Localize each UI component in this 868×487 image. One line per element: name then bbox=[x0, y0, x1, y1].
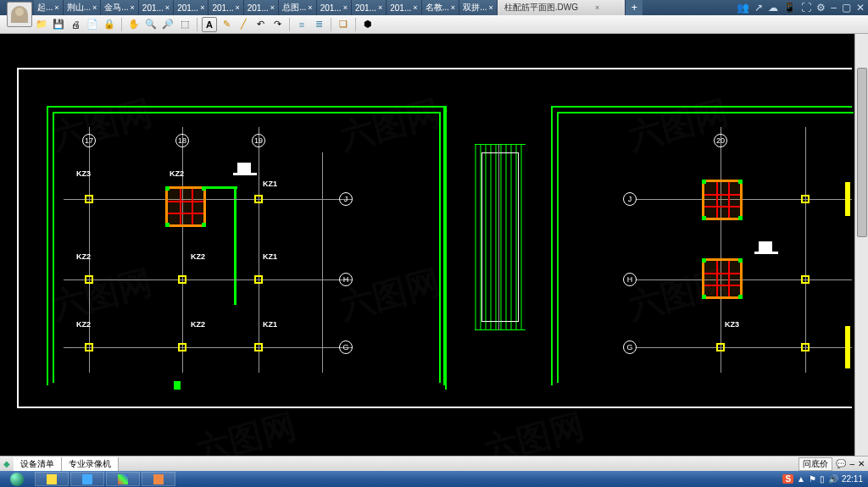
panel-close-icon[interactable]: ✕ bbox=[858, 459, 865, 468]
gridline-v bbox=[89, 127, 90, 373]
vertical-scrollbar[interactable] bbox=[854, 34, 868, 456]
taskbar-app-2[interactable] bbox=[70, 472, 104, 486]
tab-7[interactable]: 总图...× bbox=[279, 0, 317, 15]
sheet-tab-1[interactable]: 设备清单 bbox=[14, 457, 62, 471]
tab-0[interactable]: 起...× bbox=[34, 0, 64, 15]
maximize-icon[interactable]: ▢ bbox=[842, 2, 851, 14]
tab-close-icon[interactable]: × bbox=[165, 3, 170, 12]
tab-6[interactable]: 201...× bbox=[244, 0, 279, 15]
tab-close-icon[interactable]: × bbox=[270, 3, 275, 12]
undo-button[interactable]: ↶ bbox=[253, 17, 268, 32]
start-button[interactable] bbox=[0, 471, 34, 487]
gridline-h bbox=[64, 347, 352, 348]
tab-close-icon[interactable]: × bbox=[54, 3, 58, 12]
layer2-button[interactable]: ≣ bbox=[311, 17, 326, 32]
tray-up-icon[interactable]: ▲ bbox=[797, 474, 805, 484]
pan-button[interactable]: ✋ bbox=[126, 17, 142, 32]
tab-close-icon[interactable]: × bbox=[200, 3, 204, 12]
layers-button[interactable]: ❏ bbox=[336, 17, 351, 32]
chat-icon[interactable]: 💬 bbox=[836, 459, 846, 468]
tab-4[interactable]: 201...× bbox=[174, 0, 209, 15]
tab-2[interactable]: 金马...× bbox=[101, 0, 139, 15]
share-icon[interactable]: ↗ bbox=[754, 2, 763, 14]
tab-close-icon[interactable]: × bbox=[308, 3, 312, 12]
pdf-button[interactable]: 📄 bbox=[85, 17, 100, 32]
gridline-h bbox=[64, 279, 352, 280]
tab-close-icon[interactable]: × bbox=[378, 3, 382, 12]
tab-close-icon[interactable]: × bbox=[92, 3, 97, 12]
separator bbox=[331, 18, 331, 31]
tab-close-icon[interactable]: × bbox=[413, 3, 417, 12]
tab-10[interactable]: 201...× bbox=[387, 0, 421, 15]
column-label: KZ1 bbox=[263, 320, 277, 329]
lock-button[interactable]: 🔒 bbox=[102, 17, 117, 32]
zoom-in-button[interactable]: 🔍 bbox=[143, 17, 159, 32]
taskbar-app-4[interactable] bbox=[142, 472, 175, 486]
add-tab-button[interactable]: + bbox=[626, 0, 643, 15]
gear-icon[interactable]: ⚙ bbox=[816, 2, 826, 14]
users-icon[interactable]: 👥 bbox=[737, 2, 749, 14]
column-label: KZ2 bbox=[76, 320, 91, 329]
grid-bubble: J bbox=[623, 192, 637, 206]
cloud-icon[interactable]: ☁ bbox=[768, 2, 778, 14]
column-node bbox=[716, 343, 725, 351]
price-button[interactable]: 问底价 bbox=[798, 457, 832, 471]
mobile-icon[interactable]: 📱 bbox=[783, 2, 796, 14]
volume-icon[interactable]: 🔊 bbox=[828, 474, 838, 484]
clock[interactable]: 22:11 bbox=[842, 474, 863, 484]
building-outline-left bbox=[47, 106, 445, 385]
sheet-tab-2[interactable]: 专业录像机 bbox=[62, 457, 119, 471]
tab-close-icon[interactable]: × bbox=[451, 3, 455, 12]
zoom-out-button[interactable]: 🔎 bbox=[160, 17, 175, 32]
grid-bubble: G bbox=[623, 340, 637, 354]
user-avatar[interactable] bbox=[7, 2, 32, 27]
column-node bbox=[254, 275, 263, 284]
print-button[interactable]: 🖨 bbox=[68, 17, 83, 32]
scrollbar-thumb[interactable] bbox=[857, 68, 867, 237]
text-button[interactable]: A bbox=[202, 17, 217, 32]
line-button[interactable]: ╱ bbox=[236, 17, 251, 32]
open-button[interactable]: 📁 bbox=[34, 17, 49, 32]
tab-5[interactable]: 201...× bbox=[209, 0, 243, 15]
taskbar-app-3[interactable] bbox=[106, 472, 140, 486]
ime-icon[interactable]: S bbox=[782, 474, 793, 484]
close-icon[interactable]: ✕ bbox=[856, 2, 865, 14]
detail-symbol bbox=[754, 252, 778, 254]
column-label: KZ3 bbox=[76, 169, 91, 178]
column-node bbox=[801, 275, 810, 284]
gridline-v bbox=[182, 127, 183, 373]
layer1-button[interactable]: ≡ bbox=[294, 17, 309, 32]
column-node bbox=[801, 195, 810, 203]
pen-button[interactable]: ✎ bbox=[219, 17, 234, 32]
tab-1[interactable]: 荆山...× bbox=[64, 0, 102, 15]
save-button[interactable]: 💾 bbox=[51, 17, 66, 32]
network-icon[interactable]: ▯ bbox=[820, 474, 825, 484]
taskbar-app-1[interactable] bbox=[35, 472, 69, 486]
minimize-icon[interactable]: – bbox=[831, 2, 837, 14]
zoom-fit-button[interactable]: ⬚ bbox=[177, 17, 192, 32]
grid-bubble: G bbox=[339, 340, 353, 354]
fullscreen-icon[interactable]: ⛶ bbox=[801, 2, 811, 14]
tab-close-icon[interactable]: × bbox=[343, 3, 348, 12]
tab-close-icon[interactable]: × bbox=[131, 3, 135, 12]
title-bar: 起...× 荆山...× 金马...× 201...× 201...× 201.… bbox=[0, 0, 868, 15]
flag-icon[interactable]: ⚑ bbox=[809, 474, 816, 484]
gridline-v bbox=[259, 127, 259, 373]
watermark: 六图网 bbox=[479, 402, 589, 456]
tab-active[interactable]: 柱配筋平面图.DWG× bbox=[498, 0, 626, 15]
tab-12[interactable]: 双拼...× bbox=[459, 0, 498, 15]
tab-close-icon[interactable]: × bbox=[595, 3, 599, 12]
tab-8[interactable]: 201...× bbox=[317, 0, 352, 15]
tab-11[interactable]: 名教...× bbox=[422, 0, 460, 15]
redo-button[interactable]: ↷ bbox=[270, 17, 285, 32]
properties-button[interactable]: ⬢ bbox=[360, 17, 376, 32]
panel-min-icon[interactable]: – bbox=[849, 459, 854, 468]
tab-3[interactable]: 201...× bbox=[139, 0, 174, 15]
column-label: KZ1 bbox=[263, 252, 277, 261]
cad-viewport[interactable]: 六图网 六图网 六图网 六图网 六图网 六图网 六图网 六图网 17 18 19… bbox=[0, 34, 868, 456]
tab-close-icon[interactable]: × bbox=[488, 3, 492, 12]
tab-9[interactable]: 201...× bbox=[352, 0, 387, 15]
tab-close-icon[interactable]: × bbox=[235, 3, 239, 12]
grid-bubble: 19 bbox=[252, 134, 265, 147]
detail-symbol bbox=[233, 173, 257, 175]
